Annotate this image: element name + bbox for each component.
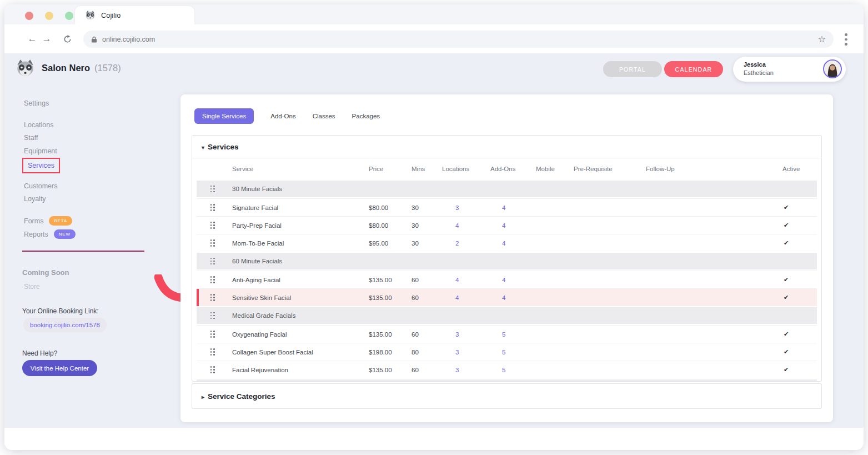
locations-count-link[interactable]: 4 <box>442 222 490 229</box>
addons-count-link[interactable]: 5 <box>490 331 536 338</box>
browser-menu-icon[interactable] <box>845 33 847 46</box>
category-row[interactable]: 60 Minute Facials <box>197 253 817 269</box>
category-row[interactable]: Massage Therapy <box>197 379 817 382</box>
services-section-header[interactable]: ▾Services <box>192 136 821 158</box>
sidebar-item-equipment[interactable]: Equipment <box>24 147 57 155</box>
service-name: Anti-Aging Facial <box>232 277 369 283</box>
service-name: Signature Facial <box>232 204 369 211</box>
salon-logo-icon <box>16 58 35 78</box>
help-center-button[interactable]: Visit the Help Center <box>22 360 97 376</box>
coming-soon-heading: Coming Soon <box>22 268 69 277</box>
category-row[interactable]: Medical Grade Facials <box>197 307 817 324</box>
beta-badge: BETA <box>49 216 72 226</box>
addons-count-link[interactable]: 4 <box>490 277 536 283</box>
portal-button[interactable]: PORTAL <box>603 61 662 77</box>
highlight-marker <box>197 289 199 306</box>
service-row[interactable]: Oxygenating Facial$135.006035✔ <box>197 325 817 343</box>
addons-count-link[interactable]: 4 <box>490 240 536 247</box>
sidebar-item-store: Store <box>24 283 40 291</box>
service-row[interactable]: Anti-Aging Facial$135.006044✔ <box>197 271 817 288</box>
tab-add-ons[interactable]: Add-Ons <box>270 113 295 119</box>
sidebar-item-customers[interactable]: Customers <box>24 182 57 190</box>
sidebar-item-locations[interactable]: Locations <box>24 121 54 129</box>
page-title: Salon Nero <box>42 63 90 73</box>
drag-handle-icon[interactable] <box>210 366 215 373</box>
reload-icon[interactable] <box>61 32 74 46</box>
addons-count-link[interactable]: 4 <box>490 222 536 229</box>
service-row[interactable]: Signature Facial$80.003034✔ <box>197 198 817 216</box>
active-check-icon: ✔ <box>782 348 817 356</box>
service-mins: 30 <box>412 204 442 211</box>
category-row[interactable]: 30 Minute Facials <box>197 181 817 197</box>
forward-icon[interactable]: → <box>40 32 53 46</box>
sidebar-item-staff[interactable]: Staff <box>24 134 38 142</box>
sidebar-item-services[interactable]: Services <box>22 158 60 173</box>
category-name: 60 Minute Facials <box>232 258 817 264</box>
addons-count-link[interactable]: 5 <box>490 367 536 373</box>
browser-tab[interactable]: Cojilio <box>75 6 194 24</box>
booking-link-label: Your Online Booking Link: <box>22 307 99 315</box>
expand-triangle-icon: ▸ <box>202 394 204 400</box>
locations-count-link[interactable]: 3 <box>442 331 490 338</box>
service-categories-panel[interactable]: ▸Service Categories <box>192 383 822 409</box>
col-price: Price <box>369 166 412 172</box>
user-name: Jessica <box>744 61 766 68</box>
drag-handle-icon[interactable] <box>210 258 215 265</box>
service-name: Mom-To-Be Facial <box>232 240 369 247</box>
tab-packages[interactable]: Packages <box>352 113 380 119</box>
user-card[interactable]: Jessica Esthetician <box>733 57 846 82</box>
sidebar-item-loyalty[interactable]: Loyalty <box>24 195 46 203</box>
service-row[interactable]: Facial Rejuvenation$135.006035✔ <box>197 361 817 378</box>
service-row[interactable]: Party-Prep Facial$80.003044✔ <box>197 216 817 234</box>
drag-handle-icon[interactable] <box>210 348 215 356</box>
sidebar-item-reports[interactable]: ReportsNEW <box>24 229 76 239</box>
drag-handle-icon[interactable] <box>210 294 215 301</box>
browser-window: Cojilio ← → online.cojilio.com ☆ Salon N… <box>4 4 864 450</box>
sidebar-item-forms[interactable]: FormsBETA <box>24 216 72 226</box>
drag-handle-icon[interactable] <box>210 186 215 193</box>
service-row[interactable]: Collagen Super Boost Facial$198.008035✔ <box>197 343 817 361</box>
active-check-icon: ✔ <box>782 366 817 373</box>
locations-count-link[interactable]: 3 <box>442 204 490 211</box>
maximize-window-button[interactable] <box>65 12 73 20</box>
locations-count-link[interactable]: 2 <box>442 240 490 247</box>
user-role: Esthetician <box>744 69 774 76</box>
sidebar-divider <box>22 251 144 252</box>
drag-handle-icon[interactable] <box>210 239 215 247</box>
col-mins: Mins <box>412 166 442 172</box>
drag-handle-icon[interactable] <box>210 312 215 319</box>
service-price: $95.00 <box>369 240 412 247</box>
tab-title: Cojilio <box>101 12 121 19</box>
calendar-button[interactable]: CALENDAR <box>664 61 723 77</box>
minimize-window-button[interactable] <box>45 12 53 20</box>
booking-link[interactable]: booking.cojilio.com/1578 <box>23 318 107 332</box>
locations-count-link[interactable]: 3 <box>442 349 490 356</box>
drag-handle-icon[interactable] <box>210 276 215 283</box>
active-check-icon: ✔ <box>782 222 817 229</box>
back-icon[interactable]: ← <box>26 32 39 46</box>
services-section-title: Services <box>208 143 239 151</box>
close-window-button[interactable] <box>25 12 33 20</box>
sidebar-item-settings[interactable]: Settings <box>24 99 49 107</box>
locations-count-link[interactable]: 4 <box>442 294 490 301</box>
addons-count-link[interactable]: 4 <box>490 204 536 211</box>
tab-classes[interactable]: Classes <box>313 113 335 119</box>
drag-handle-icon[interactable] <box>210 204 215 211</box>
service-row[interactable]: Mom-To-Be Facial$95.003024✔ <box>197 234 817 252</box>
service-price: $80.00 <box>369 204 412 211</box>
address-bar[interactable]: online.cojilio.com ☆ <box>83 31 834 48</box>
drag-handle-icon[interactable] <box>210 331 215 338</box>
services-rows: 30 Minute FacialsSignature Facial$80.003… <box>197 181 817 382</box>
category-name: 30 Minute Facials <box>232 186 817 192</box>
collapse-triangle-icon: ▾ <box>202 144 204 151</box>
window-footer <box>4 428 864 450</box>
locations-count-link[interactable]: 4 <box>442 277 490 283</box>
tab-single-services[interactable]: Single Services <box>194 108 254 124</box>
addons-count-link[interactable]: 4 <box>490 294 536 301</box>
bookmark-star-icon[interactable]: ☆ <box>818 34 826 44</box>
drag-handle-icon[interactable] <box>210 222 215 229</box>
service-row[interactable]: Sensitive Skin Facial$135.006044✔ <box>197 288 817 306</box>
locations-count-link[interactable]: 3 <box>442 367 490 373</box>
addons-count-link[interactable]: 5 <box>490 349 536 356</box>
app-content: Salon Nero (1578) PORTAL CALENDAR Jessic… <box>4 53 864 428</box>
